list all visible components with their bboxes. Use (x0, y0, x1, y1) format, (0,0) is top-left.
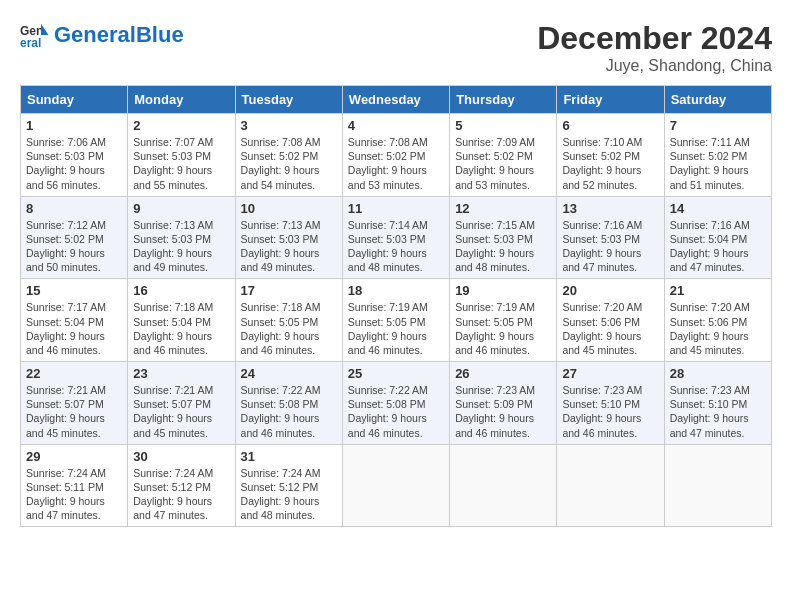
day-info: Sunrise: 7:16 AMSunset: 5:04 PMDaylight:… (670, 218, 766, 275)
table-row: 3Sunrise: 7:08 AMSunset: 5:02 PMDaylight… (235, 114, 342, 197)
logo-blue: Blue (136, 22, 184, 47)
calendar-table: Sunday Monday Tuesday Wednesday Thursday… (20, 85, 772, 527)
day-number: 5 (455, 118, 551, 133)
day-info: Sunrise: 7:12 AMSunset: 5:02 PMDaylight:… (26, 218, 122, 275)
svg-text:eral: eral (20, 36, 41, 50)
month-title: December 2024 (537, 20, 772, 57)
table-row: 15Sunrise: 7:17 AMSunset: 5:04 PMDayligh… (21, 279, 128, 362)
day-info: Sunrise: 7:24 AMSunset: 5:12 PMDaylight:… (241, 466, 337, 523)
table-row: 11Sunrise: 7:14 AMSunset: 5:03 PMDayligh… (342, 196, 449, 279)
day-info: Sunrise: 7:06 AMSunset: 5:03 PMDaylight:… (26, 135, 122, 192)
day-number: 16 (133, 283, 229, 298)
day-number: 3 (241, 118, 337, 133)
day-info: Sunrise: 7:09 AMSunset: 5:02 PMDaylight:… (455, 135, 551, 192)
day-info: Sunrise: 7:21 AMSunset: 5:07 PMDaylight:… (26, 383, 122, 440)
location-title: Juye, Shandong, China (537, 57, 772, 75)
day-number: 17 (241, 283, 337, 298)
day-info: Sunrise: 7:16 AMSunset: 5:03 PMDaylight:… (562, 218, 658, 275)
table-row (557, 444, 664, 527)
table-row: 19Sunrise: 7:19 AMSunset: 5:05 PMDayligh… (450, 279, 557, 362)
day-info: Sunrise: 7:23 AMSunset: 5:10 PMDaylight:… (562, 383, 658, 440)
day-number: 21 (670, 283, 766, 298)
table-row: 26Sunrise: 7:23 AMSunset: 5:09 PMDayligh… (450, 362, 557, 445)
title-section: December 2024 Juye, Shandong, China (537, 20, 772, 75)
table-row: 7Sunrise: 7:11 AMSunset: 5:02 PMDaylight… (664, 114, 771, 197)
table-row: 16Sunrise: 7:18 AMSunset: 5:04 PMDayligh… (128, 279, 235, 362)
day-number: 7 (670, 118, 766, 133)
col-saturday: Saturday (664, 86, 771, 114)
table-row: 13Sunrise: 7:16 AMSunset: 5:03 PMDayligh… (557, 196, 664, 279)
table-row: 6Sunrise: 7:10 AMSunset: 5:02 PMDaylight… (557, 114, 664, 197)
day-info: Sunrise: 7:19 AMSunset: 5:05 PMDaylight:… (348, 300, 444, 357)
day-number: 27 (562, 366, 658, 381)
col-tuesday: Tuesday (235, 86, 342, 114)
day-info: Sunrise: 7:18 AMSunset: 5:05 PMDaylight:… (241, 300, 337, 357)
day-info: Sunrise: 7:21 AMSunset: 5:07 PMDaylight:… (133, 383, 229, 440)
table-row: 25Sunrise: 7:22 AMSunset: 5:08 PMDayligh… (342, 362, 449, 445)
col-wednesday: Wednesday (342, 86, 449, 114)
day-number: 18 (348, 283, 444, 298)
day-info: Sunrise: 7:20 AMSunset: 5:06 PMDaylight:… (670, 300, 766, 357)
table-row: 24Sunrise: 7:22 AMSunset: 5:08 PMDayligh… (235, 362, 342, 445)
table-row: 28Sunrise: 7:23 AMSunset: 5:10 PMDayligh… (664, 362, 771, 445)
day-number: 26 (455, 366, 551, 381)
day-info: Sunrise: 7:14 AMSunset: 5:03 PMDaylight:… (348, 218, 444, 275)
table-row: 17Sunrise: 7:18 AMSunset: 5:05 PMDayligh… (235, 279, 342, 362)
day-number: 24 (241, 366, 337, 381)
day-number: 10 (241, 201, 337, 216)
day-number: 8 (26, 201, 122, 216)
day-info: Sunrise: 7:11 AMSunset: 5:02 PMDaylight:… (670, 135, 766, 192)
day-info: Sunrise: 7:07 AMSunset: 5:03 PMDaylight:… (133, 135, 229, 192)
day-info: Sunrise: 7:22 AMSunset: 5:08 PMDaylight:… (348, 383, 444, 440)
logo-general: General (54, 22, 136, 47)
day-info: Sunrise: 7:15 AMSunset: 5:03 PMDaylight:… (455, 218, 551, 275)
table-row: 30Sunrise: 7:24 AMSunset: 5:12 PMDayligh… (128, 444, 235, 527)
table-row (450, 444, 557, 527)
calendar-week-row: 8Sunrise: 7:12 AMSunset: 5:02 PMDaylight… (21, 196, 772, 279)
day-info: Sunrise: 7:13 AMSunset: 5:03 PMDaylight:… (133, 218, 229, 275)
table-row (664, 444, 771, 527)
calendar-week-row: 22Sunrise: 7:21 AMSunset: 5:07 PMDayligh… (21, 362, 772, 445)
day-info: Sunrise: 7:19 AMSunset: 5:05 PMDaylight:… (455, 300, 551, 357)
day-number: 9 (133, 201, 229, 216)
table-row: 10Sunrise: 7:13 AMSunset: 5:03 PMDayligh… (235, 196, 342, 279)
table-row: 18Sunrise: 7:19 AMSunset: 5:05 PMDayligh… (342, 279, 449, 362)
day-number: 6 (562, 118, 658, 133)
table-row: 9Sunrise: 7:13 AMSunset: 5:03 PMDaylight… (128, 196, 235, 279)
day-number: 4 (348, 118, 444, 133)
day-number: 20 (562, 283, 658, 298)
col-friday: Friday (557, 86, 664, 114)
col-monday: Monday (128, 86, 235, 114)
table-row: 27Sunrise: 7:23 AMSunset: 5:10 PMDayligh… (557, 362, 664, 445)
day-number: 1 (26, 118, 122, 133)
day-number: 19 (455, 283, 551, 298)
table-row: 29Sunrise: 7:24 AMSunset: 5:11 PMDayligh… (21, 444, 128, 527)
table-row: 14Sunrise: 7:16 AMSunset: 5:04 PMDayligh… (664, 196, 771, 279)
col-sunday: Sunday (21, 86, 128, 114)
day-number: 22 (26, 366, 122, 381)
day-number: 23 (133, 366, 229, 381)
day-info: Sunrise: 7:24 AMSunset: 5:12 PMDaylight:… (133, 466, 229, 523)
day-number: 25 (348, 366, 444, 381)
calendar-week-row: 15Sunrise: 7:17 AMSunset: 5:04 PMDayligh… (21, 279, 772, 362)
table-row (342, 444, 449, 527)
table-row: 1Sunrise: 7:06 AMSunset: 5:03 PMDaylight… (21, 114, 128, 197)
page-header: Gen eral GeneralBlue December 2024 Juye,… (20, 20, 772, 75)
day-number: 2 (133, 118, 229, 133)
logo-icon: Gen eral (20, 20, 50, 50)
table-row: 31Sunrise: 7:24 AMSunset: 5:12 PMDayligh… (235, 444, 342, 527)
day-number: 13 (562, 201, 658, 216)
calendar-header-row: Sunday Monday Tuesday Wednesday Thursday… (21, 86, 772, 114)
table-row: 22Sunrise: 7:21 AMSunset: 5:07 PMDayligh… (21, 362, 128, 445)
logo: Gen eral GeneralBlue (20, 20, 184, 50)
table-row: 2Sunrise: 7:07 AMSunset: 5:03 PMDaylight… (128, 114, 235, 197)
table-row: 8Sunrise: 7:12 AMSunset: 5:02 PMDaylight… (21, 196, 128, 279)
day-info: Sunrise: 7:24 AMSunset: 5:11 PMDaylight:… (26, 466, 122, 523)
calendar-week-row: 1Sunrise: 7:06 AMSunset: 5:03 PMDaylight… (21, 114, 772, 197)
table-row: 23Sunrise: 7:21 AMSunset: 5:07 PMDayligh… (128, 362, 235, 445)
table-row: 21Sunrise: 7:20 AMSunset: 5:06 PMDayligh… (664, 279, 771, 362)
day-info: Sunrise: 7:13 AMSunset: 5:03 PMDaylight:… (241, 218, 337, 275)
day-number: 12 (455, 201, 551, 216)
logo-text: GeneralBlue (54, 23, 184, 47)
day-info: Sunrise: 7:23 AMSunset: 5:10 PMDaylight:… (670, 383, 766, 440)
